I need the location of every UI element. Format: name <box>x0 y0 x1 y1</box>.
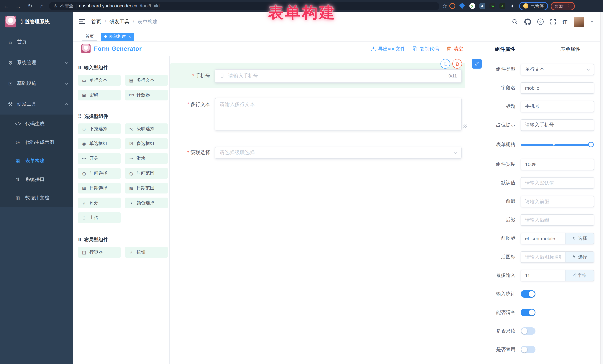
export-vue-button[interactable]: 导出vue文件 <box>371 45 405 52</box>
clear-button[interactable]: 清空 <box>446 45 463 52</box>
resize-handle-icon[interactable] <box>464 124 467 128</box>
component-chip-button[interactable]: ☝按钮 <box>125 247 168 258</box>
suffix-icon-input[interactable] <box>521 251 565 263</box>
home-icon[interactable]: ⌂ <box>39 3 45 9</box>
width-input[interactable] <box>521 158 594 170</box>
sidebar-item-devtools[interactable]: ⚒ 研发工具 <box>0 94 73 115</box>
component-chip-switch[interactable]: ⊶开关 <box>78 153 121 164</box>
sidebar-item-db-doc[interactable]: ▥ 数据库文档 <box>0 189 73 207</box>
tag-form-builder[interactable]: 表单构建 × <box>101 33 134 41</box>
sidebar-item-api[interactable]: ⇅ 系统接口 <box>0 170 73 189</box>
maxlen-input[interactable] <box>521 270 565 281</box>
sidebar-item-home[interactable]: ⌂ 首页 <box>0 32 73 52</box>
component-chip-date-range[interactable]: ▩日期范围 <box>125 183 168 194</box>
title-input[interactable] <box>521 101 594 112</box>
component-chip-row[interactable]: ◫行容器 <box>78 247 121 258</box>
tab-form-props[interactable]: 表单属性 <box>538 42 603 56</box>
bookmark-star-icon[interactable]: ☆ <box>442 3 447 9</box>
tab-component-props[interactable]: 组件属性 <box>472 42 538 56</box>
textarea-field[interactable] <box>215 98 462 131</box>
address-bar[interactable]: ⚠ 不安全 dashboard.yudao.iocoder.cn/tool/bu… <box>49 2 439 10</box>
sidebar-logo[interactable]: 芋道管理系统 <box>0 12 73 32</box>
sidebar-item-infra[interactable]: ⊡ 基础设施 <box>0 73 73 94</box>
component-chip-counter[interactable]: 123计数器 <box>125 90 168 100</box>
component-chip-password[interactable]: ▣密码 <box>78 90 121 100</box>
sidebar-item-form-builder[interactable]: ▦ 表单构建 <box>0 152 73 170</box>
form-field-textarea[interactable]: *多行文本 <box>170 98 465 131</box>
prefix-icon-input[interactable] <box>521 232 565 244</box>
chevron-down-icon <box>65 60 69 64</box>
chip-label: 颜色选择 <box>137 200 154 206</box>
form-field-cascader[interactable]: *级联选择 请选择级联选择 <box>170 147 465 159</box>
sidebar-item-system[interactable]: ⚙ 系统管理 <box>0 52 73 73</box>
page-scrollbar[interactable] <box>600 12 603 364</box>
sidebar-item-codegen-demo[interactable]: ◎ 代码生成示例 <box>0 133 73 152</box>
component-chip-date[interactable]: ▦日期选择 <box>78 183 121 194</box>
component-type-select[interactable]: 单行文本 <box>521 64 594 75</box>
forward-icon[interactable]: → <box>15 3 22 9</box>
delete-field-button[interactable] <box>452 59 462 69</box>
prefix-input[interactable] <box>521 196 594 207</box>
back-icon[interactable]: ← <box>3 3 10 9</box>
copy-code-button[interactable]: 复制代码 <box>412 45 439 52</box>
extension-leaf-icon[interactable]: ♠ <box>499 3 505 9</box>
collapse-sidebar-icon[interactable] <box>79 19 85 24</box>
component-chip-radio[interactable]: ◉单选框组 <box>78 138 121 149</box>
reload-icon[interactable]: ↻ <box>27 3 33 9</box>
tag-home[interactable]: 首页 <box>82 33 97 41</box>
component-chip-cascader[interactable]: ⌥级联选择 <box>125 123 168 134</box>
cascader-select[interactable]: 请选择级联选择 <box>215 147 462 159</box>
form-grid-slider[interactable] <box>521 144 593 145</box>
component-chip-time[interactable]: ◷时间选择 <box>78 168 121 179</box>
component-chip-single-text[interactable]: ▭单行文本 <box>78 75 121 86</box>
input-components: ▭单行文本 ▤多行文本 ▣密码 123计数器 <box>78 75 169 100</box>
form-field-mobile[interactable]: *手机号 0/11 <box>170 63 465 88</box>
font-size-icon[interactable]: tT <box>563 19 567 25</box>
update-button[interactable]: 更新 ⋮ <box>550 2 575 10</box>
search-icon[interactable] <box>512 19 518 25</box>
url-host[interactable]: dashboard.yudao.iocoder.cn <box>79 3 137 9</box>
github-icon[interactable] <box>524 18 531 25</box>
mobile-input-field[interactable] <box>227 73 445 79</box>
extension-refresh-icon[interactable] <box>449 3 455 9</box>
component-chip-upload[interactable]: ↥上传 <box>78 212 121 223</box>
component-chip-time-range[interactable]: ◶时间范围 <box>125 168 168 179</box>
breadcrumb-devtools[interactable]: 研发工具 <box>109 18 129 25</box>
slider-handle[interactable] <box>588 142 594 147</box>
extension-star-icon[interactable]: ✦ <box>509 3 515 9</box>
mobile-input[interactable]: 0/11 <box>215 69 462 82</box>
component-chip-select[interactable]: ⊙下拉选择 <box>78 123 121 134</box>
choose-prefix-icon-button[interactable]: 选择 <box>565 232 594 244</box>
link-button[interactable] <box>472 59 482 69</box>
extension-v-icon[interactable]: y <box>469 3 475 9</box>
sidebar-item-codegen[interactable]: </> 代码生成 <box>0 115 73 133</box>
fullscreen-icon[interactable] <box>550 19 556 25</box>
readonly-toggle[interactable] <box>521 327 535 335</box>
component-chip-checkbox[interactable]: ☑多选框组 <box>125 138 168 149</box>
component-chip-color[interactable]: ◑颜色选择 <box>125 198 168 208</box>
menu-dots-icon[interactable]: ⋮ <box>566 3 570 9</box>
default-value-input[interactable] <box>521 177 594 188</box>
help-icon[interactable]: ? <box>537 19 544 25</box>
breadcrumb-home[interactable]: 首页 <box>91 18 101 25</box>
component-chip-rate[interactable]: ☆评分 <box>78 198 121 208</box>
field-name-input[interactable] <box>521 82 594 94</box>
choose-suffix-icon-button[interactable]: 选择 <box>565 251 594 263</box>
extension-gem-icon[interactable] <box>459 3 465 9</box>
extension-puzzle-icon[interactable]: ◆ <box>479 3 485 9</box>
select-value: 单行文本 <box>525 66 544 73</box>
security-label[interactable]: 不安全 <box>60 3 73 9</box>
component-chip-slider[interactable]: ⊸滑块 <box>125 153 168 164</box>
extension-on-icon[interactable]: on <box>489 3 495 9</box>
clearable-toggle[interactable] <box>521 309 535 316</box>
placeholder-input[interactable] <box>521 119 594 131</box>
input-stat-toggle[interactable] <box>521 290 535 298</box>
avatar-caret-icon[interactable] <box>590 21 593 22</box>
disabled-toggle[interactable] <box>521 346 535 353</box>
suffix-input[interactable] <box>521 214 594 226</box>
duplicate-field-button[interactable] <box>441 59 450 69</box>
avatar[interactable] <box>574 16 584 27</box>
paused-badge[interactable]: 已暂停 <box>519 2 548 10</box>
component-chip-textarea[interactable]: ▤多行文本 <box>125 75 168 86</box>
close-icon[interactable]: × <box>128 34 131 39</box>
